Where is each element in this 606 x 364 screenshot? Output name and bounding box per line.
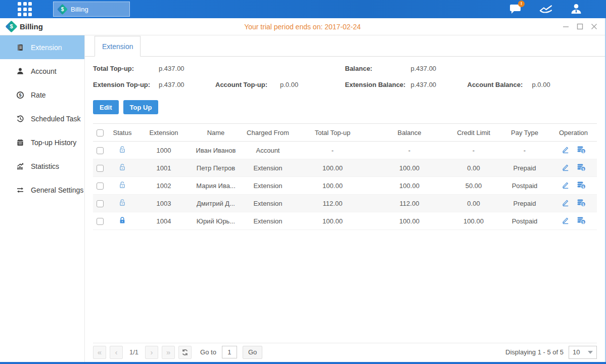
top-up-icon[interactable]: $: [577, 216, 586, 226]
taskbar-billing-app[interactable]: $ Billing: [53, 2, 130, 17]
sidebar-item-label: Extension: [31, 43, 62, 52]
sidebar-item-general-settings[interactable]: General Settings: [0, 178, 84, 202]
close-icon[interactable]: [590, 23, 598, 30]
cell-operation: $: [550, 212, 597, 230]
edit-button[interactable]: Edit: [93, 100, 119, 114]
cell-total-topup: 112.00: [294, 195, 371, 212]
cell-charged-from: Extension: [242, 195, 294, 212]
sidebar-item-label: Top-up History: [31, 139, 76, 147]
extension-balance-label: Extension Balance:: [345, 81, 411, 88]
sidebar-item-statistics[interactable]: Statistics: [0, 154, 84, 178]
cell-balance: -: [371, 142, 448, 159]
cell-charged-from: Extension: [242, 159, 294, 177]
cell-charged-from: Extension: [242, 212, 294, 230]
last-page-button[interactable]: »: [162, 346, 175, 359]
topup-history-icon: [16, 138, 24, 147]
cell-operation: $: [550, 159, 597, 177]
main-content: Extension Total Top-up: p.437.00 Extensi…: [85, 35, 605, 362]
account-topup-value: p.0.00: [280, 81, 345, 88]
table-header-row: StatusExtensionNameCharged FromTotal Top…: [93, 124, 597, 142]
svg-text:$: $: [19, 93, 21, 98]
edit-icon[interactable]: [562, 216, 570, 226]
page-size-value: 10: [573, 348, 580, 356]
user-account-icon[interactable]: [570, 3, 583, 15]
app-grid-icon[interactable]: [18, 2, 32, 16]
row-checkbox[interactable]: [97, 218, 104, 225]
tab-extension[interactable]: Extension: [95, 36, 141, 57]
table-row: 1000Иван ИвановAccount----$: [93, 142, 597, 159]
row-checkbox[interactable]: [97, 200, 104, 207]
row-checkbox[interactable]: [97, 147, 104, 154]
statistics-icon: [16, 162, 24, 170]
first-page-button[interactable]: «: [93, 346, 106, 359]
resource-monitor-icon[interactable]: [539, 3, 552, 15]
sidebar-item-account[interactable]: Account: [0, 59, 84, 83]
scheduled-task-icon: [16, 114, 24, 123]
displaying-text: Displaying 1 - 5 of 5: [505, 348, 564, 356]
pagination-bar: « ‹ 1/1 › » Go to Go Display: [93, 343, 597, 361]
select-all-checkbox[interactable]: [97, 129, 104, 136]
billing-window-icon: $: [5, 20, 17, 32]
column-header-credit-limit: Credit Limit: [448, 124, 499, 142]
cell-extension: 1002: [137, 177, 190, 195]
column-header-name: Name: [190, 124, 242, 142]
account-balance-value: p.0.00: [532, 81, 597, 88]
tab-strip: Extension: [85, 35, 605, 57]
row-checkbox[interactable]: [97, 183, 104, 190]
minimize-icon[interactable]: [562, 23, 570, 30]
sidebar-item-top-up-history[interactable]: Top-up History: [0, 130, 84, 154]
trial-notice: Your trial period ends on: 2017-02-24: [0, 23, 605, 31]
table-row: 1003Дмитрий Д...Extension112.00112.000.0…: [93, 195, 597, 212]
window-controls: [562, 23, 598, 30]
cell-status: [107, 177, 137, 195]
svg-text:$: $: [582, 167, 584, 171]
workspace: ExtensionAccount$RateScheduled TaskTop-u…: [0, 35, 605, 362]
cell-balance: 100.00: [371, 177, 448, 195]
edit-icon[interactable]: [562, 146, 570, 155]
next-page-button[interactable]: ›: [145, 346, 158, 359]
svg-text:$: $: [582, 149, 584, 153]
cell-status: [107, 142, 137, 159]
notifications-icon[interactable]: !: [509, 3, 522, 15]
cell-extension: 1001: [137, 159, 190, 177]
goto-page-input[interactable]: [222, 346, 237, 358]
column-header-balance: Balance: [371, 124, 448, 142]
cell-charged-from: Extension: [242, 177, 294, 195]
svg-text:$: $: [582, 185, 584, 189]
page-size-select[interactable]: 10: [569, 346, 597, 359]
top-up-button[interactable]: Top Up: [123, 100, 159, 114]
sidebar-item-label: Account: [31, 67, 57, 75]
table-row: 1002Мария Ива...Extension100.00100.0050.…: [93, 177, 597, 195]
top-up-icon[interactable]: $: [577, 163, 586, 173]
column-header-total-top-up: Total Top-up: [294, 124, 371, 142]
sidebar-item-rate[interactable]: $Rate: [0, 83, 84, 107]
sidebar-item-scheduled-task[interactable]: Scheduled Task: [0, 107, 84, 130]
unlocked-status-icon: [118, 183, 126, 191]
sidebar-item-extension[interactable]: Extension: [0, 35, 84, 59]
cell-extension: 1000: [137, 142, 190, 159]
maximize-icon[interactable]: [576, 23, 584, 30]
cell-charged-from: Account: [242, 142, 294, 159]
edit-icon[interactable]: [562, 181, 570, 191]
row-checkbox[interactable]: [97, 165, 104, 172]
table-row: 1001Петр ПетровExtension100.00100.000.00…: [93, 159, 597, 177]
cell-name: Дмитрий Д...: [190, 195, 242, 212]
cell-total-topup: 100.00: [294, 159, 371, 177]
extension-icon: [16, 43, 24, 52]
window-titlebar: $ Billing Your trial period ends on: 201…: [0, 18, 605, 35]
cell-total-topup: 100.00: [294, 177, 371, 195]
go-button[interactable]: Go: [243, 346, 262, 359]
refresh-button[interactable]: [178, 346, 192, 359]
cell-credit-limit: 0.00: [448, 159, 499, 177]
top-up-icon[interactable]: $: [577, 199, 586, 208]
top-up-icon[interactable]: $: [577, 146, 586, 155]
top-up-icon[interactable]: $: [577, 181, 586, 191]
edit-icon[interactable]: [562, 199, 570, 208]
edit-icon[interactable]: [562, 163, 570, 173]
goto-label: Go to: [200, 348, 216, 356]
cell-balance: 100.00: [371, 159, 448, 177]
prev-page-button[interactable]: ‹: [110, 346, 123, 359]
column-header-operation: Operation: [550, 124, 597, 142]
unlocked-status-icon: [118, 148, 126, 155]
extension-topup-label: Extension Top-up:: [93, 81, 159, 88]
